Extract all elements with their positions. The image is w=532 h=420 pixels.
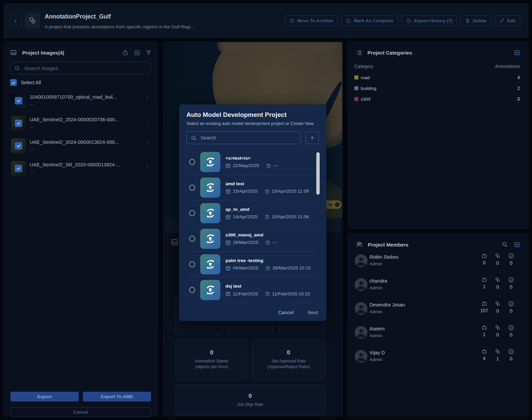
- move-to-archive-button[interactable]: Move To Archive: [285, 15, 338, 26]
- list-icon: [356, 49, 363, 56]
- radio-button[interactable]: [189, 287, 195, 293]
- image-row[interactable]: 1040010059710700_optical_road_buil... --…: [10, 93, 152, 108]
- amd-project-name: ap_to_amd: [225, 207, 309, 212]
- image-row[interactable]: UAE_Sentinel2_2024-0000013824-000... ---…: [10, 138, 152, 153]
- plus-icon: [310, 135, 315, 140]
- amd-project-row[interactable]: amd test 15/Apr/2025 15/Apr/2025 11:09: [189, 175, 316, 200]
- history-clock-icon: [264, 189, 270, 194]
- amd-project-row[interactable]: dsj test 11/Feb/2025 11/Feb/2025 15:15: [189, 277, 316, 303]
- image-meta: ---: [30, 147, 35, 152]
- radio-button[interactable]: [189, 210, 195, 216]
- select-all-row[interactable]: Select All: [10, 79, 41, 86]
- move-to-archive-label: Move To Archive: [297, 18, 333, 23]
- image-meta: ---: [30, 170, 35, 174]
- amd-created-date: 22/May/2025: [233, 163, 259, 168]
- image-name: 1040010059710700_optical_road_buil...: [30, 94, 117, 100]
- image-search[interactable]: [10, 62, 150, 74]
- avatar: [355, 278, 367, 291]
- bar-chart-icon: [171, 238, 178, 246]
- images-panel-title: Project Images(4): [22, 50, 122, 56]
- create-new-amd-button[interactable]: [306, 131, 319, 144]
- member-role: Admin: [369, 285, 382, 290]
- member-search-icon[interactable]: [502, 241, 508, 248]
- member-row[interactable]: Aseem Admin 1 0 0: [355, 326, 518, 339]
- modal-cancel-button[interactable]: Cancel: [278, 310, 294, 315]
- amd-project-row[interactable]: palm tree -testing 04/Mar/2025 26/Mar/20…: [189, 252, 316, 277]
- job-approval-sublabel: (Approve/Reject Ratio): [267, 364, 310, 369]
- history-clock-icon: [266, 163, 271, 168]
- images-cancel-button[interactable]: Cancel: [10, 407, 151, 417]
- add-member-icon[interactable]: [514, 241, 520, 248]
- image-checkbox[interactable]: [15, 120, 22, 127]
- modal-next-button[interactable]: Next: [308, 310, 318, 315]
- amd-project-name: palm tree -testing: [225, 258, 311, 263]
- kebab-menu-icon[interactable]: ⋮: [145, 163, 150, 169]
- modal-search[interactable]: [186, 131, 301, 144]
- member-annotations-count: 0: [496, 284, 499, 290]
- image-search-input[interactable]: [24, 65, 146, 71]
- kebab-menu-icon[interactable]: ⋮: [145, 95, 150, 101]
- image-checkbox[interactable]: [15, 97, 22, 104]
- amd-project-row[interactable]: s300_manoj_amd 26/Mar/2025 ---: [189, 226, 316, 252]
- chevron-left-icon: [13, 19, 18, 24]
- export-history-button[interactable]: Export History (7): [401, 15, 457, 26]
- member-row[interactable]: chandra Admin 1 0 0: [355, 278, 518, 291]
- calendar-icon: [225, 240, 231, 245]
- radio-button[interactable]: [189, 236, 195, 242]
- edit-button[interactable]: Edit: [495, 15, 521, 26]
- member-row[interactable]: Devendra Josan Admin 107 0 0: [355, 302, 518, 315]
- image-thumbnail[interactable]: [11, 161, 26, 176]
- page-title: AnnotationProject_Gulf: [45, 13, 111, 20]
- category-row[interactable]: s300 0: [354, 96, 520, 102]
- member-row[interactable]: Robin Stokes Admin 0 0 0: [355, 254, 518, 267]
- radio-button[interactable]: [189, 185, 195, 191]
- modal-title: Auto Model Development Project: [186, 111, 287, 119]
- check-circle-icon: [508, 253, 514, 259]
- share-icon[interactable]: [122, 50, 129, 56]
- members-panel-title: Project Members: [368, 242, 502, 248]
- category-row[interactable]: building 2: [354, 85, 520, 91]
- briefcase-icon: [482, 325, 487, 330]
- check-circle-icon: [508, 349, 514, 355]
- annotation-logo-icon: [495, 349, 501, 355]
- image-thumbnail[interactable]: [11, 116, 26, 131]
- amd-project-row[interactable]: <s>test</s> 22/May/2025 ---: [189, 149, 316, 175]
- member-jobs-count: 1: [483, 284, 486, 289]
- amd-updated-date: 26/Mar/2025 10:15: [273, 265, 311, 270]
- radio-button[interactable]: [189, 261, 195, 267]
- category-row[interactable]: road 4: [354, 74, 520, 80]
- image-thumbnail[interactable]: [11, 138, 26, 153]
- amd-created-date: 04/Mar/2025: [233, 265, 258, 270]
- mark-as-complete-button[interactable]: Mark As Complete: [341, 15, 398, 26]
- kebab-menu-icon[interactable]: ⋮: [145, 140, 150, 147]
- trash-icon: [465, 18, 470, 23]
- modal-search-input[interactable]: [200, 135, 296, 141]
- category-count: 2: [517, 86, 520, 91]
- member-annotations-count: 0: [496, 308, 499, 314]
- image-row[interactable]: UAE_Sentinel2_SR_2020-0000013824-... ---…: [10, 161, 152, 176]
- amd-updated-date: 11/Feb/2025 15:15: [272, 291, 310, 296]
- categories-panel-title: Project Categories: [367, 50, 514, 56]
- category-count: 4: [517, 75, 520, 80]
- radio-button[interactable]: [189, 159, 195, 165]
- category-name: s300: [361, 97, 517, 102]
- add-category-icon[interactable]: [514, 50, 520, 56]
- image-thumbnail[interactable]: [11, 93, 26, 108]
- export-to-amd-button[interactable]: Export To AMD: [83, 392, 151, 401]
- filter-icon[interactable]: [146, 50, 151, 56]
- add-image-icon[interactable]: [134, 50, 140, 56]
- image-checkbox[interactable]: [15, 165, 22, 172]
- member-row[interactable]: Vijay D Admin 4 1 0: [355, 350, 518, 363]
- modal-scrollbar[interactable]: [316, 152, 320, 195]
- back-button[interactable]: [10, 15, 22, 27]
- image-checkbox[interactable]: [15, 142, 22, 150]
- project-members-panel: Project Members Robin Stokes Admin 0 0 0…: [347, 233, 529, 417]
- export-button[interactable]: Export: [10, 392, 79, 401]
- check-circle-icon: [346, 18, 351, 24]
- select-all-checkbox[interactable]: [10, 79, 17, 86]
- kebab-menu-icon[interactable]: ⋮: [145, 118, 150, 124]
- image-row[interactable]: UAE_Sentinel2_2024-0000020736-000... ---…: [10, 116, 152, 131]
- delete-button[interactable]: Delete: [460, 15, 491, 26]
- amd-project-row[interactable]: ap_to_amd 14/Apr/2025 15/Apr/2025 11:06: [189, 200, 316, 226]
- image-name: UAE_Sentinel2_SR_2020-0000013824-...: [30, 162, 120, 167]
